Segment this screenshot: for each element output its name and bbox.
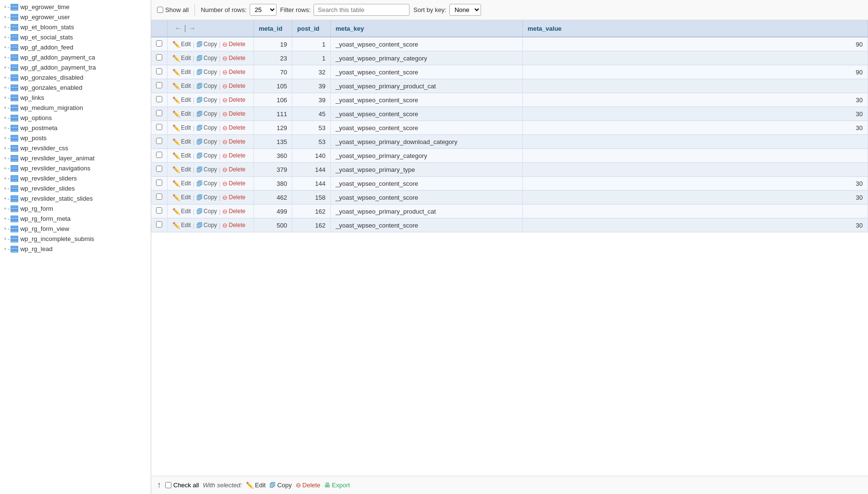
row-checkbox[interactable]	[156, 221, 162, 228]
copy-button[interactable]: 🗐 Copy	[196, 69, 217, 76]
edit-button[interactable]: ✏️ Edit	[172, 83, 191, 90]
delete-button[interactable]: ⊖ Delete	[222, 69, 245, 76]
copy-button[interactable]: 🗐 Copy	[196, 194, 217, 201]
row-checkbox[interactable]	[156, 152, 162, 158]
sidebar-item-wp_gonzales_enabled[interactable]: + - wp_gonzales_enabled	[0, 83, 151, 93]
check-all-checkbox[interactable]	[165, 482, 171, 488]
delete-button[interactable]: ⊖ Delete	[222, 222, 245, 229]
copy-button[interactable]: 🗐 Copy	[196, 83, 217, 90]
row-checkbox[interactable]	[156, 110, 162, 116]
col-meta-id[interactable]: meta_id	[254, 20, 292, 37]
row-checkbox[interactable]	[156, 138, 162, 144]
sidebar-item-wp_revslider_navigations[interactable]: + - wp_revslider_navigations	[0, 163, 151, 173]
sidebar-item-wp_options[interactable]: + - wp_options	[0, 113, 151, 123]
sidebar-item-wp_rg_form_view[interactable]: + - wp_rg_form_view	[0, 224, 151, 234]
edit-button[interactable]: ✏️ Edit	[172, 194, 191, 201]
delete-button[interactable]: ⊖ Delete	[222, 152, 245, 159]
footer-export-button[interactable]: 🖶 Export	[324, 482, 350, 489]
num-rows-select[interactable]: 25 50 100 250	[250, 4, 277, 16]
edit-button[interactable]: ✏️ Edit	[172, 138, 191, 145]
edit-button[interactable]: ✏️ Edit	[172, 41, 191, 48]
edit-button[interactable]: ✏️ Edit	[172, 208, 191, 215]
search-input[interactable]	[313, 4, 410, 16]
sidebar-item-wp_medium_migration[interactable]: + - wp_medium_migration	[0, 103, 151, 113]
copy-button[interactable]: 🗐 Copy	[196, 55, 217, 62]
row-checkbox[interactable]	[156, 68, 162, 74]
sidebar-item-wp_egrower_time[interactable]: + - wp_egrower_time	[0, 2, 151, 12]
show-all-checkbox[interactable]	[157, 7, 163, 13]
copy-button[interactable]: 🗐 Copy	[196, 41, 217, 48]
delete-button[interactable]: ⊖ Delete	[222, 138, 245, 145]
edit-button[interactable]: ✏️ Edit	[172, 222, 191, 229]
edit-button[interactable]: ✏️ Edit	[172, 96, 191, 104]
copy-button[interactable]: 🗐 Copy	[196, 166, 217, 173]
sidebar-item-wp_revslider_slides[interactable]: + - wp_revslider_slides	[0, 183, 151, 193]
sidebar-item-wp_revslider_css[interactable]: + - wp_revslider_css	[0, 143, 151, 153]
delete-button[interactable]: ⊖ Delete	[222, 180, 245, 187]
sidebar-item-wp_rg_form[interactable]: + - wp_rg_form	[0, 204, 151, 214]
sidebar-item-wp_rg_form_meta[interactable]: + - wp_rg_form_meta	[0, 214, 151, 224]
row-checkbox[interactable]	[156, 96, 162, 102]
delete-button[interactable]: ⊖ Delete	[222, 110, 245, 118]
back-arrow-icon[interactable]: ↑	[157, 480, 161, 490]
footer-edit-button[interactable]: ✏️ Edit	[246, 482, 265, 489]
copy-button[interactable]: 🗐 Copy	[196, 138, 217, 145]
row-checkbox[interactable]	[156, 82, 162, 88]
edit-button[interactable]: ✏️ Edit	[172, 55, 191, 62]
edit-button[interactable]: ✏️ Edit	[172, 166, 191, 173]
delete-button[interactable]: ⊖ Delete	[222, 41, 245, 48]
copy-button[interactable]: 🗐 Copy	[196, 110, 217, 118]
delete-button[interactable]: ⊖ Delete	[222, 208, 245, 215]
delete-button[interactable]: ⊖ Delete	[222, 124, 245, 132]
sidebar-item-wp_revslider_layer_animat[interactable]: + - wp_revslider_layer_animat	[0, 153, 151, 163]
copy-button[interactable]: 🗐 Copy	[196, 208, 217, 215]
sidebar-item-wp_gf_addon_payment_tra[interactable]: + - wp_gf_addon_payment_tra	[0, 62, 151, 72]
row-checkbox[interactable]	[156, 124, 162, 130]
sidebar-item-wp_revslider_static_slides[interactable]: + - wp_revslider_static_slides	[0, 193, 151, 204]
footer-copy-button[interactable]: 🗐 Copy	[269, 482, 291, 489]
sort-select[interactable]: None	[449, 4, 481, 16]
row-checkbox[interactable]	[156, 40, 162, 47]
sidebar-item-wp_revslider_sliders[interactable]: + - wp_revslider_sliders	[0, 173, 151, 183]
sidebar-item-wp_et_bloom_stats[interactable]: + - wp_et_bloom_stats	[0, 22, 151, 32]
sidebar-item-wp_gf_addon_feed[interactable]: + - wp_gf_addon_feed	[0, 42, 151, 52]
sidebar-item-wp_postmeta[interactable]: + - wp_postmeta	[0, 123, 151, 133]
row-checkbox[interactable]	[156, 193, 162, 200]
col-post-id[interactable]: post_id	[292, 20, 331, 37]
sidebar-item-wp_rg_incomplete_submis[interactable]: + - wp_rg_incomplete_submis	[0, 234, 151, 244]
resize-handle[interactable]: ← | →	[174, 24, 196, 33]
check-all-label[interactable]: Check all	[165, 482, 199, 489]
copy-button[interactable]: 🗐 Copy	[196, 222, 217, 229]
sidebar-item-wp_egrower_user[interactable]: + - wp_egrower_user	[0, 12, 151, 22]
row-checkbox[interactable]	[156, 180, 162, 186]
sidebar-item-wp_gf_addon_payment_ca[interactable]: + - wp_gf_addon_payment_ca	[0, 52, 151, 62]
row-checkbox[interactable]	[156, 207, 162, 214]
copy-button[interactable]: 🗐 Copy	[196, 180, 217, 187]
delete-button[interactable]: ⊖ Delete	[222, 55, 245, 62]
copy-button[interactable]: 🗐 Copy	[196, 96, 217, 104]
sidebar-item-wp_posts[interactable]: + - wp_posts	[0, 133, 151, 143]
edit-button[interactable]: ✏️ Edit	[172, 110, 191, 118]
sidebar-item-wp_links[interactable]: + - wp_links	[0, 93, 151, 103]
delete-button[interactable]: ⊖ Delete	[222, 96, 245, 104]
col-meta-value[interactable]: meta_value	[523, 20, 868, 37]
dash-icon: -	[8, 3, 10, 11]
copy-button[interactable]: 🗐 Copy	[196, 124, 217, 132]
edit-button[interactable]: ✏️ Edit	[172, 180, 191, 187]
sidebar-item-wp_et_social_stats[interactable]: + - wp_et_social_stats	[0, 32, 151, 42]
delete-button[interactable]: ⊖ Delete	[222, 194, 245, 201]
delete-button[interactable]: ⊖ Delete	[222, 83, 245, 90]
col-meta-key[interactable]: meta_key	[331, 20, 523, 37]
copy-button[interactable]: 🗐 Copy	[196, 152, 217, 159]
delete-label: Delete	[229, 55, 245, 61]
delete-button[interactable]: ⊖ Delete	[222, 166, 245, 173]
footer-delete-button[interactable]: ⊖ Delete	[296, 482, 321, 489]
edit-button[interactable]: ✏️ Edit	[172, 152, 191, 159]
row-checkbox[interactable]	[156, 166, 162, 172]
row-checkbox[interactable]	[156, 54, 162, 60]
sidebar-item-wp_rg_lead[interactable]: + - wp_rg_lead	[0, 244, 151, 254]
sidebar-item-wp_gonzales_disabled[interactable]: + - wp_gonzales_disabled	[0, 72, 151, 83]
show-all-label[interactable]: Show all	[157, 6, 189, 13]
edit-button[interactable]: ✏️ Edit	[172, 124, 191, 132]
edit-button[interactable]: ✏️ Edit	[172, 69, 191, 76]
